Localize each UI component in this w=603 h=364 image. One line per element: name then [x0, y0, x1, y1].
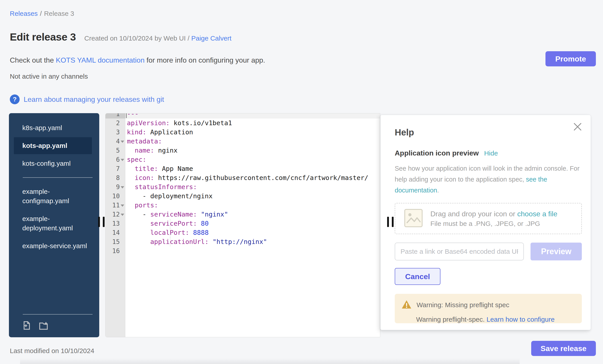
drop-text: Drag and drop your icon or — [430, 210, 517, 218]
editor-line-8[interactable]: 8 icon: https://raw.githubusercontent.co… — [105, 173, 380, 182]
kots-yaml-doc-link[interactable]: KOTS YAML documentation — [56, 56, 144, 64]
preview-button[interactable]: Preview — [531, 243, 582, 260]
breadcrumb-separator: / — [40, 10, 42, 17]
editor-line-6[interactable]: 6spec: — [105, 155, 380, 164]
add-folder-icon[interactable] — [38, 320, 49, 331]
fold-arrow-icon[interactable] — [121, 214, 124, 216]
line-number: 12 — [105, 210, 125, 219]
code-text — [125, 246, 380, 255]
yaml-editor[interactable]: 1---2apiVersion: kots.io/v1beta13kind: A… — [105, 113, 380, 337]
line-number: 13 — [105, 219, 125, 228]
edit-release-page: Releases/Release 3 Edit release 3 Create… — [0, 0, 603, 364]
drop-instruction: Drag and drop your icon or choose a file — [430, 210, 557, 218]
line-number: 10 — [105, 192, 125, 201]
fold-arrow-icon[interactable] — [121, 159, 124, 161]
sidebar-footer — [9, 314, 99, 337]
line-number: 15 — [105, 237, 125, 246]
editor-line-5[interactable]: 5 name: nginx — [105, 146, 380, 155]
code-text: servicePort: 80 — [125, 219, 380, 228]
indent-guide — [170, 228, 170, 237]
bottom-shade — [20, 358, 520, 364]
icon-preview-description: See how your application icon will look … — [395, 163, 582, 196]
add-file-icon[interactable] — [21, 320, 32, 331]
code-text: metadata: — [125, 137, 380, 146]
line-number: 9 — [105, 182, 125, 192]
file-item-kots-config-yaml[interactable]: kots-config.yaml — [14, 155, 92, 172]
breadcrumb-releases-link[interactable]: Releases — [10, 10, 38, 17]
line-number: 16 — [105, 246, 125, 255]
editor-line-2[interactable]: 2apiVersion: kots.io/v1beta1 — [105, 119, 380, 128]
file-item-example-deployment-yaml[interactable]: example-deployment.yaml — [14, 210, 92, 237]
file-item-example-configmap-yaml[interactable]: example-configmap.yaml — [14, 183, 92, 210]
git-help-link[interactable]: Learn about managing your releases with … — [24, 95, 164, 104]
help-body-text: See how your application icon will look … — [395, 165, 580, 183]
file-type-hint: File must be a .PNG, .JPEG, or .JPG — [430, 220, 557, 227]
code-text: icon: https://raw.githubusercontent.com/… — [125, 173, 380, 182]
editor-line-1[interactable]: 1--- — [105, 113, 380, 119]
indent-guide — [170, 219, 170, 228]
text-cursor — [126, 113, 127, 118]
editor-line-16[interactable]: 16 — [105, 246, 380, 255]
created-info: Created on 10/10/2024 by Web UI / Paige … — [84, 34, 232, 42]
fold-arrow-icon[interactable] — [121, 186, 124, 188]
doc-line: Check out the KOTS YAML documentation fo… — [10, 56, 265, 64]
doc-suffix: for more info on configuring your app. — [144, 56, 265, 64]
editor-line-9[interactable]: 9 statusInformers: — [105, 182, 380, 192]
file-sidebar: k8s-app.yamlkots-app.yamlkots-config.yam… — [9, 113, 99, 337]
code-text: - serviceName: "nginx" — [125, 210, 380, 219]
fold-arrow-icon[interactable] — [121, 141, 124, 143]
line-number: 2 — [105, 119, 125, 128]
hide-link[interactable]: Hide — [484, 149, 498, 157]
editor-line-7[interactable]: 7 title: App Name — [105, 164, 380, 173]
help-body-suffix: . — [437, 187, 439, 194]
help-panel: Help Application icon preview Hide See h… — [380, 115, 591, 330]
fold-arrow-icon[interactable] — [121, 205, 124, 207]
code-text: spec: — [125, 155, 380, 164]
sidebar-resize-handle[interactable] — [98, 217, 104, 227]
promote-button[interactable]: Promote — [545, 51, 596, 66]
line-number: 8 — [105, 173, 125, 182]
editor-line-11[interactable]: 11 ports: — [105, 201, 380, 210]
editor-line-4[interactable]: 4metadata: — [105, 137, 380, 146]
created-text: Created on 10/10/2024 by Web UI / — [84, 34, 191, 42]
save-release-button[interactable]: Save release — [531, 341, 596, 356]
icon-drop-zone[interactable]: Drag and drop your icon or choose a file… — [395, 203, 582, 234]
warning-detail-text: Warning preflight-spec. — [416, 316, 487, 323]
indent-guide — [170, 237, 170, 246]
help-panel-resize-handle[interactable] — [387, 217, 394, 227]
line-number: 14 — [105, 228, 125, 237]
editor-line-3[interactable]: 3kind: Application — [105, 128, 380, 137]
warning-title: Warning: Missing preflight spec — [417, 301, 509, 309]
cancel-button[interactable]: Cancel — [395, 268, 441, 285]
file-item-k8s-app-yaml[interactable]: k8s-app.yaml — [14, 119, 92, 136]
close-icon[interactable] — [572, 122, 583, 132]
breadcrumb-current: Release 3 — [44, 10, 74, 17]
git-help-row: ? Learn about managing your releases wit… — [10, 94, 164, 104]
editor-line-12[interactable]: 12 - serviceName: "nginx" — [105, 210, 380, 219]
channel-status: Not active in any channels — [10, 73, 88, 80]
created-by-link[interactable]: Paige Calvert — [191, 34, 232, 42]
editor-line-14[interactable]: 14 localPort: 8888 — [105, 228, 380, 237]
page-title: Edit release 3 — [10, 31, 76, 43]
image-placeholder-icon — [404, 209, 423, 228]
editor-lines: 1---2apiVersion: kots.io/v1beta13kind: A… — [105, 113, 380, 255]
title-row: Edit release 3 Created on 10/10/2024 by … — [10, 31, 232, 43]
code-text: statusInformers: — [125, 182, 380, 192]
file-item-kots-app-yaml[interactable]: kots-app.yaml — [14, 137, 92, 154]
code-text: --- — [125, 113, 380, 119]
editor-line-15[interactable]: 15 applicationUrl: "http://nginx" — [105, 237, 380, 246]
line-number: 7 — [105, 164, 125, 173]
file-list: k8s-app.yamlkots-app.yamlkots-config.yam… — [9, 113, 99, 254]
line-number: 4 — [105, 137, 125, 146]
icon-url-input[interactable] — [395, 243, 524, 260]
file-item-example-service-yaml[interactable]: example-service.yaml — [14, 237, 92, 254]
file-group-divider — [23, 177, 93, 178]
editor-line-13[interactable]: 13 servicePort: 80 — [105, 219, 380, 228]
preflight-warning: Warning: Missing preflight spec Warning … — [395, 294, 582, 323]
choose-file-link[interactable]: choose a file — [517, 210, 557, 218]
learn-how-to-configure-link[interactable]: Learn how to configure — [487, 316, 555, 323]
sidebar-footer-divider — [23, 314, 93, 315]
code-text: applicationUrl: "http://nginx" — [125, 237, 380, 246]
editor-line-10[interactable]: 10 - deployment/nginx — [105, 192, 380, 201]
code-text: name: nginx — [125, 146, 380, 155]
